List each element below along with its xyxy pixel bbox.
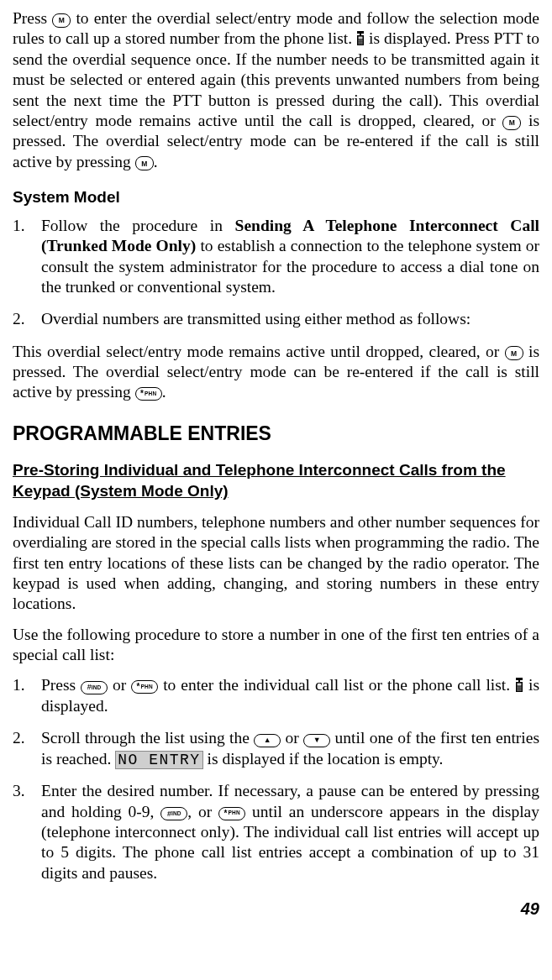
list-body: Overdial numbers are transmitted using e… bbox=[41, 309, 539, 329]
page-number: 49 bbox=[13, 899, 539, 920]
heading-prestoring: Pre-Storing Individual and Telephone Int… bbox=[13, 459, 539, 502]
svg-rect-9 bbox=[361, 42, 362, 43]
phone-icon bbox=[515, 678, 523, 692]
list-item: 2. Scroll through the list using the ▲ o… bbox=[13, 728, 539, 769]
paragraph: Individual Call ID numbers, telephone nu… bbox=[13, 512, 539, 615]
paragraph: Press M to enter the overdial select/ent… bbox=[13, 8, 539, 172]
key-m-icon: M bbox=[502, 116, 521, 130]
key-star-phn-icon: *PHN bbox=[131, 680, 158, 694]
text: . bbox=[162, 383, 166, 401]
svg-rect-7 bbox=[359, 42, 360, 43]
list-body: Enter the desired number. If necessary, … bbox=[41, 781, 539, 883]
svg-rect-13 bbox=[516, 678, 523, 680]
list-body: Scroll through the list using the ▲ or ▼… bbox=[41, 728, 539, 769]
key-star-phn-icon: *PHN bbox=[218, 807, 245, 820]
svg-rect-19 bbox=[520, 687, 521, 688]
key-hash-ind-icon: #IND bbox=[160, 807, 187, 820]
svg-rect-5 bbox=[360, 40, 360, 41]
svg-rect-23 bbox=[518, 690, 518, 691]
svg-rect-21 bbox=[518, 689, 519, 689]
list-number: 1. bbox=[13, 675, 41, 716]
svg-rect-6 bbox=[361, 40, 362, 41]
svg-rect-22 bbox=[520, 689, 521, 689]
svg-rect-25 bbox=[520, 690, 521, 691]
list-item: 3. Enter the desired number. If necessar… bbox=[13, 781, 539, 883]
paragraph: This overdial select/entry mode remains … bbox=[13, 342, 539, 403]
lcd-display: NO ENTRY bbox=[115, 751, 202, 770]
key-m-icon: M bbox=[135, 156, 154, 170]
key-up-icon: ▲ bbox=[254, 734, 281, 747]
ordered-list: 1. Press #IND or *PHN to enter the indiv… bbox=[13, 675, 539, 883]
phone-icon bbox=[356, 31, 365, 45]
svg-rect-1 bbox=[360, 34, 361, 35]
list-item: 1. Press #IND or *PHN to enter the indiv… bbox=[13, 675, 539, 716]
text: This overdial select/entry mode remains … bbox=[13, 343, 505, 360]
svg-rect-3 bbox=[359, 37, 363, 39]
text: . bbox=[154, 153, 158, 170]
svg-rect-18 bbox=[518, 687, 519, 688]
list-item: 2. Overdial numbers are transmitted usin… bbox=[13, 309, 539, 329]
key-m-icon: M bbox=[52, 13, 71, 28]
svg-rect-14 bbox=[518, 680, 520, 682]
key-hash-ind-icon: #IND bbox=[81, 681, 108, 694]
svg-rect-4 bbox=[359, 40, 360, 41]
paragraph: Use the following procedure to store a n… bbox=[13, 625, 539, 666]
list-item: 1. Follow the procedure in Sending A Tel… bbox=[13, 216, 539, 298]
list-number: 2. bbox=[13, 728, 41, 769]
list-number: 1. bbox=[13, 216, 41, 298]
list-body: Follow the procedure in Sending A Teleph… bbox=[41, 216, 539, 298]
ordered-list: 1. Follow the procedure in Sending A Tel… bbox=[13, 216, 539, 330]
svg-rect-16 bbox=[518, 684, 522, 686]
text: Press bbox=[13, 9, 52, 27]
key-star-phn-icon: *PHN bbox=[135, 387, 162, 401]
svg-rect-20 bbox=[518, 689, 518, 689]
list-body: Press #IND or *PHN to enter the individu… bbox=[41, 675, 539, 716]
svg-rect-12 bbox=[361, 44, 362, 45]
svg-rect-24 bbox=[518, 690, 519, 691]
svg-rect-0 bbox=[357, 31, 364, 34]
key-down-icon: ▼ bbox=[303, 734, 330, 747]
heading-system-model: System Model bbox=[13, 187, 539, 207]
svg-rect-11 bbox=[360, 44, 360, 45]
heading-programmable-entries: PROGRAMMABLE ENTRIES bbox=[13, 422, 539, 446]
list-number: 2. bbox=[13, 309, 41, 329]
svg-rect-17 bbox=[518, 687, 518, 688]
key-m-icon: M bbox=[505, 346, 523, 360]
svg-rect-10 bbox=[359, 44, 360, 45]
list-number: 3. bbox=[13, 781, 41, 883]
svg-rect-8 bbox=[360, 42, 360, 43]
